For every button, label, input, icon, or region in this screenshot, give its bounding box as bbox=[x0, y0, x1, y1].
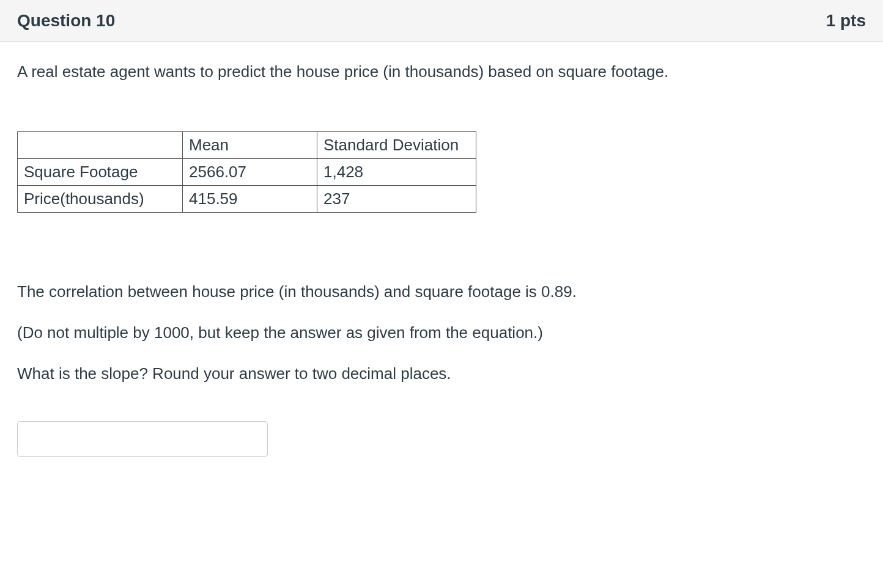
stats-table: Mean Standard Deviation Square Footage 2… bbox=[17, 131, 476, 213]
instruction-text: (Do not multiple by 1000, but keep the a… bbox=[17, 321, 866, 345]
question-prompt: What is the slope? Round your answer to … bbox=[17, 362, 866, 386]
row-label: Price(thousands) bbox=[18, 186, 183, 213]
question-points: 1 pts bbox=[826, 11, 866, 31]
question-intro: A real estate agent wants to predict the… bbox=[17, 61, 866, 83]
correlation-text: The correlation between house price (in … bbox=[17, 280, 866, 304]
row-sd: 1,428 bbox=[317, 159, 476, 186]
table-row: Price(thousands) 415.59 237 bbox=[18, 186, 476, 213]
question-header: Question 10 1 pts bbox=[0, 0, 883, 42]
question-body: A real estate agent wants to predict the… bbox=[0, 42, 883, 481]
row-mean: 415.59 bbox=[183, 186, 317, 213]
row-label: Square Footage bbox=[18, 159, 183, 186]
row-sd: 237 bbox=[317, 186, 476, 213]
table-header-row: Mean Standard Deviation bbox=[18, 132, 476, 159]
table-row: Square Footage 2566.07 1,428 bbox=[18, 159, 476, 186]
question-title: Question 10 bbox=[17, 11, 115, 31]
table-header-mean: Mean bbox=[183, 132, 317, 159]
row-mean: 2566.07 bbox=[183, 159, 317, 186]
answer-input[interactable] bbox=[17, 421, 268, 457]
table-header-blank bbox=[18, 132, 183, 159]
table-header-sd: Standard Deviation bbox=[317, 132, 476, 159]
